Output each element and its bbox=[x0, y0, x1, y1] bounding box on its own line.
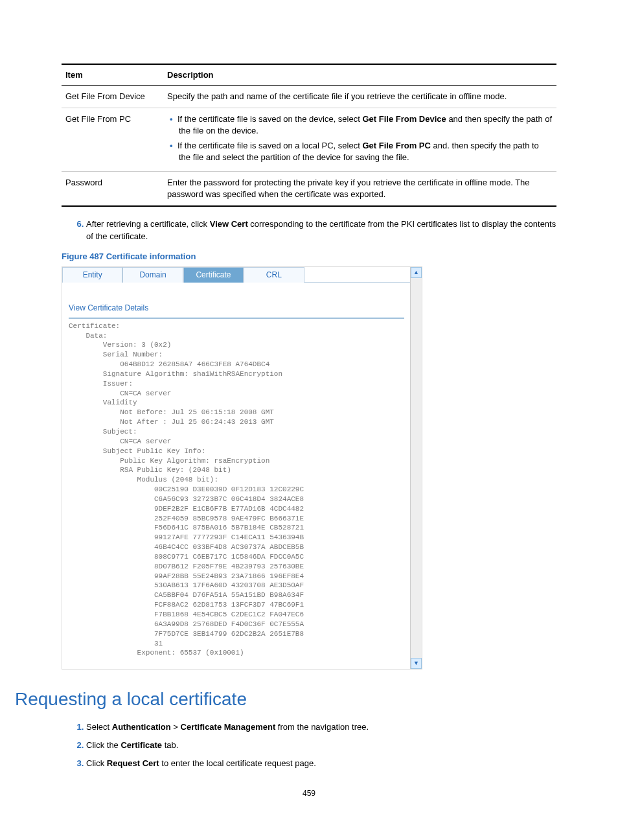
scroll-up-icon[interactable]: ▲ bbox=[411, 267, 422, 278]
certificate-info-figure: Entity Domain Certificate CRL View Certi… bbox=[62, 266, 422, 670]
table-row: Get File From PC If the certificate file… bbox=[62, 108, 556, 172]
tab-crl[interactable]: CRL bbox=[244, 267, 304, 283]
tab-bar: Entity Domain Certificate CRL bbox=[62, 267, 411, 283]
table-row: Password Enter the password for protecti… bbox=[62, 171, 556, 206]
item-cell: Password bbox=[62, 171, 163, 206]
bullet-item: If the certificate file is saved on the … bbox=[179, 113, 553, 137]
divider bbox=[69, 318, 404, 319]
view-certificate-header: View Certificate Details bbox=[69, 303, 411, 315]
desc-cell: Enter the password for protecting the pr… bbox=[163, 171, 556, 206]
desc-cell: Specify the path and name of the certifi… bbox=[163, 86, 556, 108]
item-cell: Get File From Device bbox=[62, 86, 163, 108]
figure-caption: Figure 487 Certificate information bbox=[62, 251, 556, 261]
col-header-item: Item bbox=[62, 64, 163, 86]
step-item: Click the Certificate tab. bbox=[86, 740, 556, 751]
tab-entity[interactable]: Entity bbox=[62, 267, 122, 283]
tab-spacer bbox=[304, 267, 411, 283]
bullet-item: If the certificate file is saved on a lo… bbox=[179, 140, 553, 163]
item-cell: Get File From PC bbox=[62, 108, 163, 172]
page-number: 459 bbox=[62, 789, 556, 798]
section-heading: Requesting a local certificate bbox=[15, 689, 556, 710]
step-item: Click Request Cert to enter the local ce… bbox=[86, 758, 556, 769]
step-6: After retrieving a certificate, click Vi… bbox=[86, 218, 556, 242]
parameters-table: Item Description Get File From Device Sp… bbox=[62, 64, 556, 207]
certificate-dump: Certificate: Data: Version: 3 (0x2) Seri… bbox=[69, 321, 404, 659]
col-header-desc: Description bbox=[163, 64, 556, 86]
step-item: Select Authentication > Certificate Mana… bbox=[86, 721, 556, 733]
scroll-down-icon[interactable]: ▼ bbox=[411, 658, 422, 669]
tab-domain[interactable]: Domain bbox=[122, 267, 183, 283]
scrollbar[interactable]: ▲ ▼ bbox=[410, 267, 422, 669]
tab-certificate[interactable]: Certificate bbox=[183, 267, 244, 283]
table-row: Get File From Device Specify the path an… bbox=[62, 86, 556, 108]
desc-cell: If the certificate file is saved on the … bbox=[163, 108, 556, 172]
